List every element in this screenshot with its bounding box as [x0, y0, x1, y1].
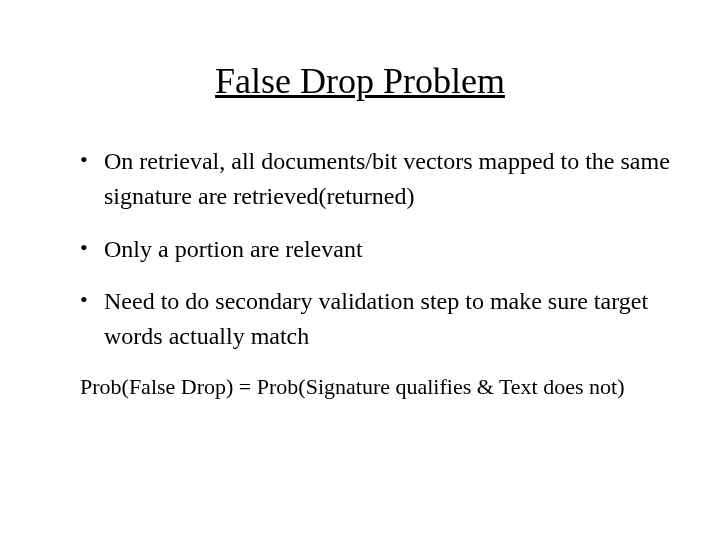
slide-container: False Drop Problem On retrieval, all doc…: [0, 0, 720, 540]
list-item: Need to do secondary validation step to …: [80, 284, 670, 354]
list-item: Only a portion are relevant: [80, 232, 670, 267]
list-item: On retrieval, all documents/bit vectors …: [80, 144, 670, 214]
slide-title: False Drop Problem: [50, 60, 670, 102]
footer-equation: Prob(False Drop) = Prob(Signature qualif…: [50, 372, 670, 402]
bullet-list: On retrieval, all documents/bit vectors …: [50, 144, 670, 354]
